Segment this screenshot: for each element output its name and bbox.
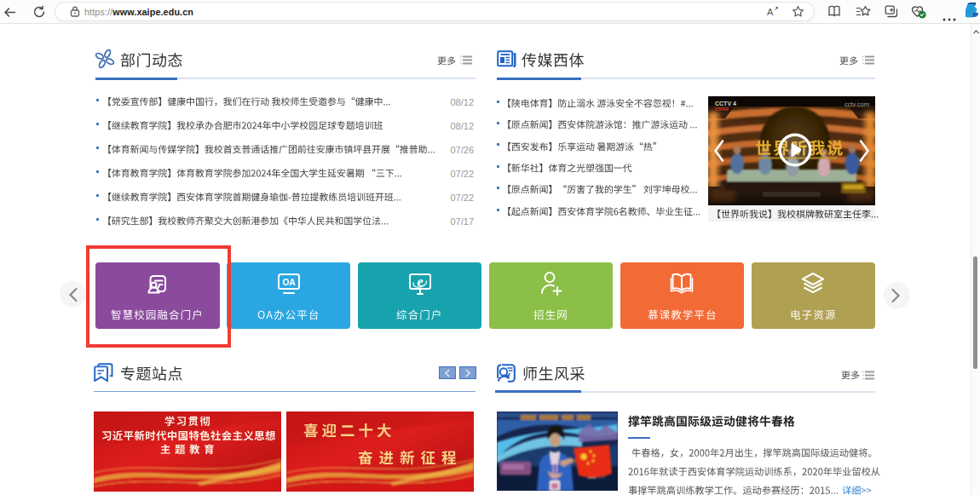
svg-text:A: A <box>767 7 774 17</box>
svg-text:cctv.com: cctv.com <box>845 101 869 108</box>
svg-text:OA: OA <box>282 278 295 287</box>
svg-text:CCTV 4: CCTV 4 <box>715 101 736 106</box>
